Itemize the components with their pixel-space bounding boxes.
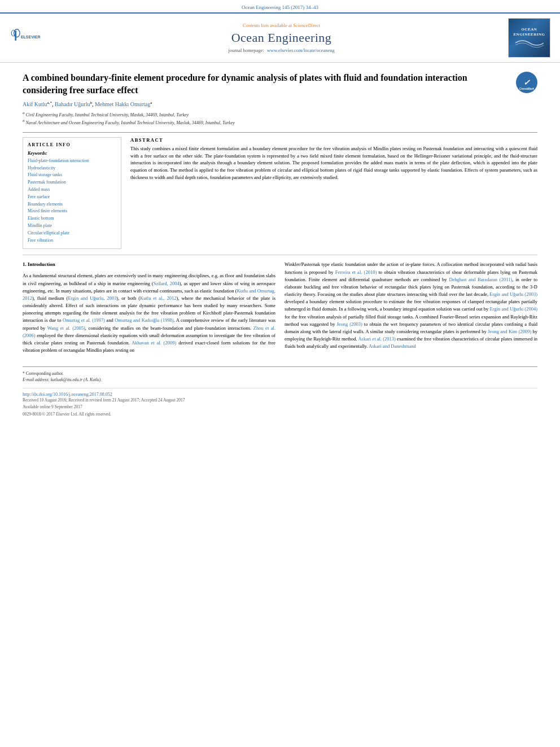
sciencedirect-link[interactable]: ScienceDirect: [293, 23, 320, 28]
journal-link-bar: Ocean Engineering 145 (2017) 34–43: [0, 0, 560, 12]
body-two-col: 1. Introduction As a fundamental structu…: [23, 261, 537, 357]
cover-decoration-icon: [515, 37, 544, 49]
article-title: A combined boundary-finite element proce…: [23, 72, 510, 96]
issn-line: 0029-8018/© 2017 Elsevier Ltd. All right…: [23, 411, 537, 418]
body-col-left: 1. Introduction As a fundamental structu…: [23, 261, 275, 357]
article-info-title: ARTICLE INFO: [28, 142, 116, 147]
elsevier-logo-icon: ELSEVIER: [10, 28, 55, 48]
keyword-5[interactable]: Added mass: [28, 186, 116, 194]
email-address[interactable]: E-mail address: kutluak@itu.edu.tr (A. K…: [23, 377, 102, 382]
omurtag-1997-link[interactable]: Omurtag et al. (1997): [63, 317, 105, 323]
body-col-right: Winkler/Pasternak type elastic foundatio…: [285, 261, 537, 357]
page-wrapper: Ocean Engineering 145 (2017) 34–43 ELSEV…: [0, 0, 560, 747]
contents-line: Contents lists available at ScienceDirec…: [243, 23, 320, 28]
jeong-2003-link[interactable]: Jeong (2003): [336, 321, 362, 327]
keyword-10[interactable]: Mindlin plate: [28, 222, 116, 230]
omurtag-kadioglu-link[interactable]: Omurtag and Kadıoğlu (1998): [115, 317, 173, 323]
svg-text:CrossMark: CrossMark: [519, 87, 534, 90]
article-info-box: ARTICLE INFO Keywords: Fluid-plate-found…: [23, 137, 121, 250]
dehghan-baradaran-link[interactable]: Dehghan and Baradaran (2011): [449, 277, 512, 282]
szilard-link[interactable]: Szilard, 2004: [154, 281, 180, 286]
journal-cover-image: OCEAN ENGINEERING: [508, 18, 550, 58]
homepage-label: journal homepage:: [228, 47, 264, 53]
affiliation-b: b Naval Architecture and Ocean Engineeri…: [23, 118, 537, 126]
received-line: Received 10 August 2016; Received in rev…: [23, 397, 537, 404]
contents-text: Contents lists available at: [243, 23, 292, 28]
abstract-title: ABSTRACT: [130, 137, 537, 143]
homepage-line: journal homepage: www.elsevier.com/locat…: [228, 47, 334, 53]
askari-2013-link[interactable]: Askari et al. (2013): [358, 336, 395, 342]
header-center: Contents lists available at ScienceDirec…: [63, 18, 500, 58]
keywords-list: Fluid-plate-foundation interaction Hydro…: [28, 158, 116, 244]
author-1-sup: a,*: [47, 101, 52, 105]
affiliations: a Civil Engineering Faculty, Istanbul Te…: [23, 110, 537, 126]
keywords-title: Keywords:: [28, 151, 116, 156]
article-info-abstract-section: ARTICLE INFO Keywords: Fluid-plate-found…: [23, 132, 537, 250]
akhavan-2009-link[interactable]: Akhavan et al. (2009): [132, 340, 176, 346]
kutlu-et-al-link[interactable]: Kutlu et al., 2012: [140, 295, 177, 301]
keyword-11[interactable]: Circular/elliptical plate: [28, 230, 116, 237]
author-3-name[interactable]: Mehmet Hakkı Omurtag: [95, 102, 150, 108]
corresponding-label: * Corresponding author.: [23, 371, 64, 376]
doi-link[interactable]: http://dx.doi.org/10.1016/j.oceaneng.201…: [23, 392, 112, 397]
footnote-section: * Corresponding author. E-mail address: …: [23, 366, 537, 383]
article-info-col: ARTICLE INFO Keywords: Fluid-plate-found…: [23, 137, 121, 250]
header-right: OCEAN ENGINEERING: [505, 18, 553, 58]
section-divider: [23, 255, 537, 255]
article-title-section: A combined boundary-finite element proce…: [23, 72, 537, 96]
keyword-9[interactable]: Elastic bottom: [28, 215, 116, 222]
ferreira-2010-link[interactable]: Ferreira et al. (2010): [335, 269, 377, 275]
crossmark-svg: ✓ CrossMark: [516, 72, 537, 93]
keyword-4[interactable]: Pasternak foundation: [28, 179, 116, 186]
wang-2005-link[interactable]: Wang et al. (2005): [47, 325, 85, 331]
svg-text:ELSEVIER: ELSEVIER: [21, 34, 41, 38]
svg-text:✓: ✓: [523, 78, 531, 87]
journal-title: Ocean Engineering: [231, 30, 332, 45]
header-left: ELSEVIER: [7, 18, 58, 58]
main-content: A combined boundary-finite element proce…: [0, 63, 560, 427]
author-1-name[interactable]: Akif Kutlu: [23, 102, 47, 108]
footer-section: http://dx.doi.org/10.1016/j.oceaneng.201…: [23, 388, 537, 418]
header-section: ELSEVIER Contents lists available at Sci…: [0, 12, 560, 63]
abstract-col: ABSTRACT This study combines a mixed fin…: [130, 137, 537, 245]
intro-col2-text: Winkler/Pasternak type elastic foundatio…: [285, 261, 537, 350]
authors-line: Akif Kutlua,*, Bahadır Uğurlub, Mehmet H…: [23, 101, 537, 107]
crossmark-badge[interactable]: ✓ CrossMark: [516, 72, 537, 93]
affiliation-a: a Civil Engineering Faculty, Istanbul Te…: [23, 110, 537, 119]
keyword-6[interactable]: Free surface: [28, 194, 116, 201]
corresponding-author-note: * Corresponding author.: [23, 370, 537, 377]
ergin-ugurlu-2004-link[interactable]: Ergin and Uğurlu (2004): [490, 306, 537, 312]
author-2-name[interactable]: Bahadır Uğurlu: [55, 102, 90, 108]
cover-title-line1: OCEAN: [522, 27, 537, 32]
ergin-ugurlu-link[interactable]: Ergin and Uğurlu, 2003: [68, 295, 116, 301]
keyword-12[interactable]: Free vibration: [28, 237, 116, 244]
doi-line: http://dx.doi.org/10.1016/j.oceaneng.201…: [23, 392, 537, 397]
email-note: E-mail address: kutluak@itu.edu.tr (A. K…: [23, 377, 537, 383]
askari-daneshmand-link[interactable]: Askari and Daneshmand: [369, 343, 416, 349]
journal-reference: Ocean Engineering 145 (2017) 34–43: [242, 5, 318, 10]
keyword-2[interactable]: Hydroelasticity: [28, 165, 116, 172]
keyword-8[interactable]: Mixed finite elements: [28, 208, 116, 215]
author-3-sup: a: [150, 101, 152, 105]
homepage-url[interactable]: www.elsevier.com/locate/oceaneng: [267, 47, 335, 53]
ergin-ugurlu-2003-link[interactable]: Ergin and Uğurlu (2003): [489, 291, 537, 297]
crossmark-icon[interactable]: ✓ CrossMark: [516, 72, 537, 93]
keyword-3[interactable]: Fluid storage tanks: [28, 172, 116, 179]
available-line: Available online 9 September 2017: [23, 404, 537, 411]
cover-title-line2: ENGINEERING: [513, 32, 545, 37]
jeong-kim-2009-link[interactable]: Jeong and Kim (2009): [488, 329, 531, 334]
abstract-text: This study combines a mixed finite eleme…: [130, 145, 537, 181]
intro-col1-text: As a fundamental structural element, pla…: [23, 272, 275, 354]
keyword-1[interactable]: Fluid-plate-foundation interaction: [28, 158, 116, 165]
keyword-7[interactable]: Boundary elements: [28, 201, 116, 208]
intro-heading: 1. Introduction: [23, 261, 275, 269]
